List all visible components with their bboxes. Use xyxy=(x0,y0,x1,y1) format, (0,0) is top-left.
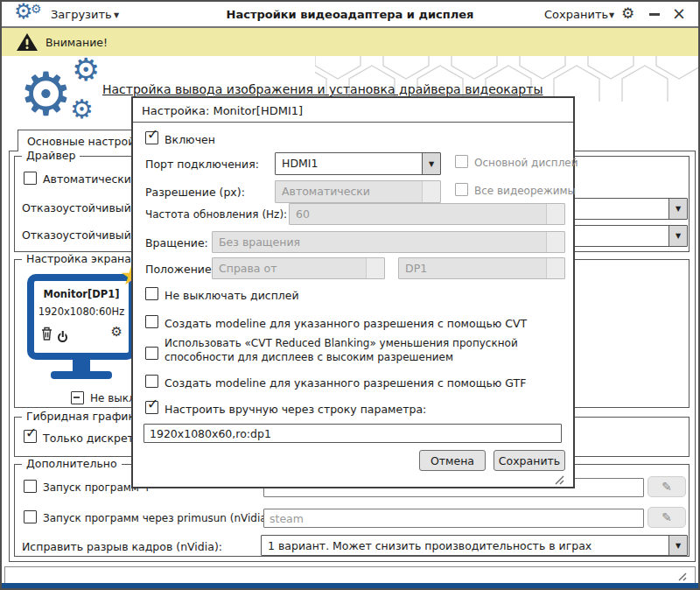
screen-group-legend: Настройка экрана xyxy=(22,252,136,265)
enabled-checkbox[interactable]: ✓ xyxy=(145,131,158,144)
run-primusun-label: Запуск программ через primusun (nVidia): xyxy=(43,512,274,524)
manual-config-checkbox[interactable]: ✓ xyxy=(145,401,158,414)
position-target-value: DP1 xyxy=(399,258,546,278)
monitor-name: Monitor[DP1] xyxy=(34,288,129,300)
check-icon: ✓ xyxy=(25,425,37,441)
page-heading: Настройка вывода изображения и установка… xyxy=(102,82,542,96)
position-label: Положение: xyxy=(145,263,215,276)
keep-display-on-label: Не выключать дисплей xyxy=(164,289,299,302)
refresh-value: 60 xyxy=(290,204,546,224)
position-combo: Справа от xyxy=(212,257,385,279)
run-optirun-checkbox[interactable] xyxy=(24,480,37,493)
close-button[interactable]: × xyxy=(672,4,686,23)
rotation-label: Вращение: xyxy=(145,236,208,249)
manual-config-input[interactable] xyxy=(144,424,562,443)
settings-gear-icon[interactable]: ⚙ xyxy=(621,4,634,22)
failsafe-driver-label-1: Отказоустойчивый др xyxy=(22,201,149,214)
port-label: Порт подключения: xyxy=(145,158,259,171)
keep-display-on-tristate-checkbox[interactable] xyxy=(71,391,84,404)
run-primusun-input xyxy=(263,509,644,528)
monitor-settings-gear-icon[interactable]: ⚙ xyxy=(111,324,122,340)
delete-monitor-trash-icon[interactable] xyxy=(41,327,52,341)
refresh-combo: 60 xyxy=(289,203,565,225)
logo-gear-large-icon: ⚙ xyxy=(19,65,73,124)
dialog-save-button[interactable]: Сохранить xyxy=(494,450,565,471)
port-value: HDMI1 xyxy=(276,153,422,174)
power-toggle-icon[interactable] xyxy=(58,333,67,342)
bottom-accent-bar xyxy=(2,583,698,590)
logo-gear-top-icon: ⚙ xyxy=(72,54,100,86)
dropdown-arrow-icon[interactable]: ▼ xyxy=(422,153,440,174)
check-icon: ✓ xyxy=(147,396,158,412)
rotation-value: Без вращения xyxy=(213,232,546,252)
monitor-settings-dialog: Настройка: Monitor[HDMI1] ✓ Включен Порт… xyxy=(131,96,575,488)
dropdown-arrow-icon[interactable]: ▼ xyxy=(668,536,687,555)
cvt-modeline-checkbox[interactable] xyxy=(145,315,158,328)
discrete-only-checkbox[interactable]: ✓ xyxy=(24,430,37,443)
position-target-combo: DP1 xyxy=(398,257,565,279)
resolution-combo: Автоматически xyxy=(275,180,441,203)
refresh-label: Частота обновления (Hz): xyxy=(145,208,287,221)
dialog-title: Настройка: Monitor[HDMI1] xyxy=(133,98,573,123)
auto-install-checkbox[interactable] xyxy=(24,172,37,185)
title-bar: ⚙ ⚙ Загрузить ▼ Настройки видеоадаптера … xyxy=(2,2,698,28)
rotation-combo: Без вращения xyxy=(212,231,565,253)
edit-primusun-button[interactable]: ✎ xyxy=(648,507,686,528)
dropdown-arrow-icon[interactable]: ▼ xyxy=(668,199,687,219)
dropdown-arrow-icon[interactable]: ▼ xyxy=(668,226,687,246)
app-logo: ⚙ ⚙ ⚙ xyxy=(18,58,108,135)
edit-icon: ✎ xyxy=(662,510,672,524)
warning-triangle-icon xyxy=(16,32,38,52)
resolution-label: Разрешение (px): xyxy=(145,186,245,199)
monitor-stand xyxy=(73,359,90,372)
tear-fix-value: 1 вариант. Может снизить производительно… xyxy=(262,536,668,555)
edit-icon: ✎ xyxy=(662,480,672,494)
all-modes-label: Все видеорежимы xyxy=(474,185,576,197)
failsafe-driver-label-2: Отказоустойчивый др xyxy=(22,228,149,242)
port-combo[interactable]: HDMI1 ▼ xyxy=(275,152,441,175)
resolution-value: Автоматически xyxy=(276,181,422,202)
cancel-button[interactable]: Отмена xyxy=(419,450,486,471)
minimize-button[interactable] xyxy=(649,13,660,16)
position-value: Справа от xyxy=(213,258,366,278)
edit-optirun-button[interactable]: ✎ xyxy=(648,476,686,497)
cvt-reduced-blanking-label: Использовать «CVT Reduced Blanking» умен… xyxy=(164,336,569,364)
monitor-mode: 1920x1080:60Hz xyxy=(34,306,129,318)
cvt-modeline-label: Создать modeline для указанного разрешен… xyxy=(164,317,527,330)
all-modes-checkbox[interactable] xyxy=(455,183,468,196)
gtf-modeline-label: Создать modeline для указанного разрешен… xyxy=(164,376,526,390)
logo-gear-bottom-icon: ⚙ xyxy=(70,96,94,123)
status-bar xyxy=(4,566,696,584)
save-button[interactable]: Сохранить xyxy=(544,8,608,21)
cvt-reduced-blanking-checkbox[interactable] xyxy=(145,347,158,360)
run-primusun-checkbox[interactable] xyxy=(24,510,37,523)
warning-text: Внимание! xyxy=(46,36,108,49)
primary-display-checkbox xyxy=(455,155,468,168)
primary-display-label: Основной дисплей xyxy=(474,157,578,169)
manual-config-label: Настроить вручную через строку параметра… xyxy=(164,403,426,416)
check-icon: ✓ xyxy=(147,126,158,143)
tear-fix-combo[interactable]: 1 вариант. Может снизить производительно… xyxy=(261,535,688,556)
hybrid-group-legend: Гибридная графика xyxy=(22,410,146,423)
window-resize-grip[interactable] xyxy=(676,571,688,581)
tear-fix-label: Исправить разрыв кадров (nVidia): xyxy=(22,540,222,553)
additional-group-legend: Дополнительно xyxy=(22,457,122,470)
gtf-modeline-checkbox[interactable] xyxy=(145,375,158,388)
warning-banner[interactable]: Внимание! xyxy=(2,28,698,56)
dialog-resize-grip[interactable] xyxy=(551,473,565,485)
save-dropdown-arrow-icon[interactable]: ▼ xyxy=(609,11,614,19)
monitor-base xyxy=(51,371,112,379)
app-window: ⚙ ⚙ Загрузить ▼ Настройки видеоадаптера … xyxy=(0,0,700,590)
keep-display-on-checkbox[interactable] xyxy=(145,287,158,300)
enabled-label: Включен xyxy=(164,133,215,146)
